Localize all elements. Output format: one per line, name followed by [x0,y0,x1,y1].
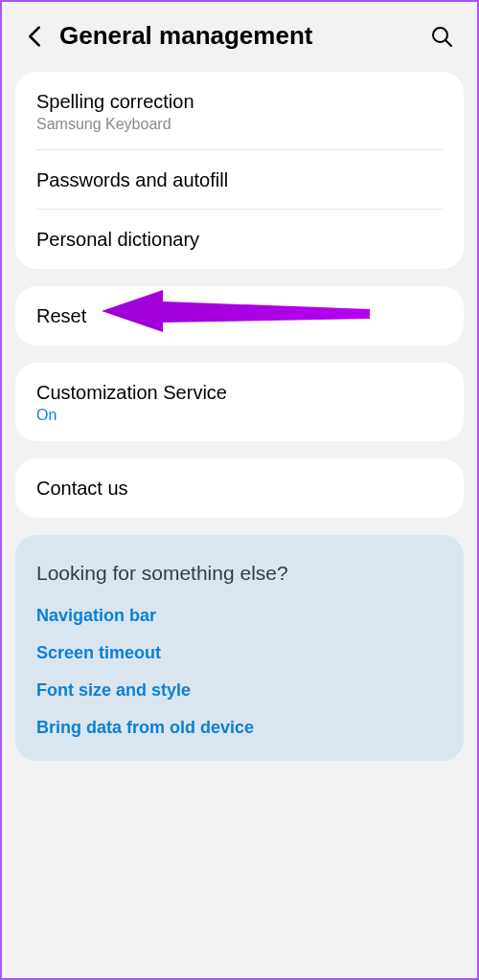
suggestions-card: Looking for something else? Navigation b… [15,535,464,761]
item-passwords-autofill[interactable]: Passwords and autofill [15,150,464,210]
suggestion-navigation-bar[interactable]: Navigation bar [36,606,443,626]
item-contact-us[interactable]: Contact us [15,458,464,518]
item-title: Passwords and autofill [36,167,443,192]
page-title: General management [59,21,414,51]
suggestions-title: Looking for something else? [36,562,443,585]
card-reset: Reset [15,286,464,345]
header: General management [2,2,477,72]
item-reset[interactable]: Reset [15,286,464,345]
item-title: Personal dictionary [36,227,443,252]
card-customization: Customization Service On [15,363,464,441]
item-customization-service[interactable]: Customization Service On [15,363,464,441]
item-title: Contact us [36,476,443,501]
suggestion-font-size-style[interactable]: Font size and style [36,680,443,701]
suggestion-bring-data[interactable]: Bring data from old device [36,718,443,738]
item-title: Customization Service [36,380,443,405]
search-icon[interactable] [429,24,454,49]
card-text-settings: Spelling correction Samsung Keyboard Pas… [15,72,464,269]
card-contact: Contact us [15,458,464,518]
item-title: Spelling correction [36,89,443,114]
suggestion-screen-timeout[interactable]: Screen timeout [36,643,443,663]
item-status: On [36,407,443,424]
item-subtitle: Samsung Keyboard [36,116,443,133]
back-icon[interactable] [25,27,44,46]
svg-line-1 [445,40,451,46]
item-title: Reset [36,303,443,328]
item-spelling-correction[interactable]: Spelling correction Samsung Keyboard [15,72,464,150]
item-personal-dictionary[interactable]: Personal dictionary [15,210,464,269]
